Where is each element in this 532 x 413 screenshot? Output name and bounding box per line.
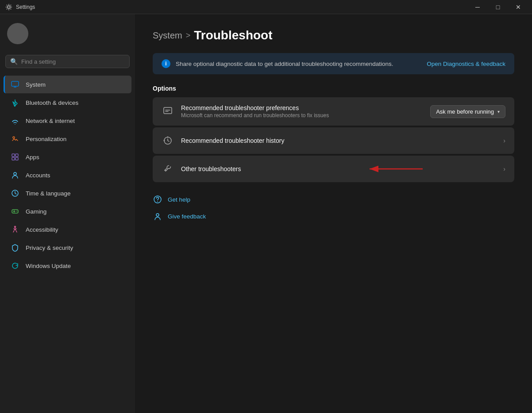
option-title-prefs: Recommended troubleshooter preferences (181, 104, 329, 111)
info-banner-left: i Share optional diagnostic data to get … (162, 59, 393, 68)
option-other-troubleshooters[interactable]: Other troubleshooters › (153, 156, 514, 182)
svg-point-7 (14, 172, 16, 175)
personalization-icon (11, 134, 19, 143)
sidebar-user (0, 18, 135, 50)
get-help-icon (153, 195, 162, 204)
app-container: 🔍 System (0, 14, 532, 413)
open-diagnostics-link[interactable]: Open Diagnostics & feedback (427, 61, 505, 67)
sidebar-item-accessibility[interactable]: Accessibility (4, 221, 131, 238)
nav-list: System Bluetooth & devices Network & int… (0, 75, 135, 275)
sidebar-item-label-accessibility: Accessibility (26, 226, 58, 233)
links-section: Get help Give feedback (153, 193, 514, 223)
sidebar-item-bluetooth[interactable]: Bluetooth & devices (4, 94, 131, 111)
chevron-right-icon: › (503, 137, 505, 144)
option-text-other: Other troubleshooters (181, 165, 241, 172)
svg-point-16 (156, 214, 159, 216)
sidebar-item-label-apps: Apps (26, 154, 39, 161)
dropdown-value: Ask me before running (436, 108, 494, 115)
search-icon: 🔍 (10, 58, 18, 65)
sidebar-item-time[interactable]: Time & language (4, 184, 131, 202)
titlebar: Settings ─ □ ✕ (0, 0, 532, 14)
option-right-prefs: Ask me before running ▾ (430, 105, 505, 118)
red-arrow-annotation (365, 162, 427, 176)
time-icon (11, 189, 19, 198)
info-banner-text: Share optional diagnostic data to get ad… (176, 61, 393, 67)
sidebar-item-label-network: Network & internet (26, 118, 75, 124)
option-text-history: Recommended troubleshooter history (181, 137, 284, 144)
info-banner: i Share optional diagnostic data to get … (153, 53, 514, 74)
option-right-other: › (503, 165, 505, 172)
svg-rect-1 (12, 81, 19, 86)
svg-rect-6 (15, 157, 18, 160)
sidebar-item-gaming[interactable]: Gaming (4, 203, 131, 220)
get-help-link[interactable]: Get help (153, 193, 514, 206)
prefs-icon (162, 105, 174, 118)
settings-app-icon (5, 4, 12, 11)
svg-point-2 (13, 137, 15, 138)
main-content: System > Troubleshoot i Share optional d… (135, 14, 532, 413)
give-feedback-icon (153, 211, 162, 221)
give-feedback-link[interactable]: Give feedback (153, 210, 514, 223)
sidebar-item-system[interactable]: System (4, 76, 131, 93)
system-icon (11, 80, 19, 89)
breadcrumb-current: Troubleshoot (194, 28, 272, 42)
sidebar-item-update[interactable]: Windows Update (4, 257, 131, 275)
breadcrumb-separator: > (186, 31, 191, 40)
minimize-button[interactable]: ─ (467, 0, 488, 14)
search-box[interactable]: 🔍 (5, 55, 130, 68)
option-text-prefs: Recommended troubleshooter preferences M… (181, 104, 329, 119)
svg-point-0 (8, 6, 10, 8)
svg-rect-3 (12, 154, 15, 157)
options-section: Options Recommended troubleshooter prefe… (153, 85, 514, 182)
sidebar-item-apps[interactable]: Apps (4, 148, 131, 166)
accounts-icon (11, 171, 19, 180)
svg-point-10 (15, 226, 16, 228)
maximize-button[interactable]: □ (488, 0, 508, 14)
troubleshooter-dropdown[interactable]: Ask me before running ▾ (430, 105, 505, 118)
sidebar-item-label-update: Windows Update (26, 263, 71, 269)
accessibility-icon (11, 225, 19, 234)
options-title: Options (153, 85, 514, 92)
update-icon (11, 261, 19, 270)
svg-rect-11 (164, 107, 172, 114)
search-container: 🔍 (0, 51, 135, 72)
sidebar-item-label-personalization: Personalization (26, 136, 66, 142)
avatar (7, 23, 28, 44)
option-left-other: Other troubleshooters (162, 163, 241, 175)
give-feedback-label: Give feedback (168, 213, 206, 220)
sidebar-item-label-accounts: Accounts (26, 172, 50, 179)
close-button[interactable]: ✕ (508, 0, 528, 14)
sidebar-item-network[interactable]: Network & internet (4, 112, 131, 130)
bluetooth-icon (11, 98, 19, 107)
privacy-icon (11, 243, 19, 252)
sidebar-item-label-gaming: Gaming (26, 208, 46, 215)
sidebar-item-label-privacy: Privacy & security (26, 245, 73, 251)
sidebar-item-label-system: System (26, 81, 46, 88)
history-icon (162, 134, 174, 147)
titlebar-left: Settings (5, 4, 35, 11)
search-input[interactable] (21, 58, 125, 65)
sidebar-item-label-time: Time & language (26, 190, 71, 197)
info-icon: i (162, 59, 170, 68)
option-left-history: Recommended troubleshooter history (162, 134, 284, 147)
svg-rect-5 (12, 157, 15, 160)
sidebar-item-accounts[interactable]: Accounts (4, 166, 131, 184)
options-container: Recommended troubleshooter preferences M… (153, 97, 514, 182)
svg-rect-4 (15, 154, 18, 157)
wrench-icon (162, 163, 174, 175)
chevron-right-other-icon: › (503, 165, 505, 172)
get-help-label: Get help (168, 196, 190, 203)
option-right-history: › (503, 137, 505, 144)
option-title-other: Other troubleshooters (181, 165, 241, 172)
apps-icon (11, 153, 19, 161)
network-icon (11, 116, 19, 125)
sidebar-item-personalization[interactable]: Personalization (4, 130, 131, 148)
titlebar-controls: ─ □ ✕ (467, 0, 528, 14)
breadcrumb-parent[interactable]: System (153, 31, 182, 41)
option-recommended-prefs[interactable]: Recommended troubleshooter preferences M… (153, 97, 514, 126)
gaming-icon (11, 207, 19, 216)
sidebar-item-privacy[interactable]: Privacy & security (4, 239, 131, 256)
sidebar-item-label-bluetooth: Bluetooth & devices (26, 99, 78, 106)
sidebar: 🔍 System (0, 14, 135, 413)
option-recommended-history[interactable]: Recommended troubleshooter history › (153, 127, 514, 154)
